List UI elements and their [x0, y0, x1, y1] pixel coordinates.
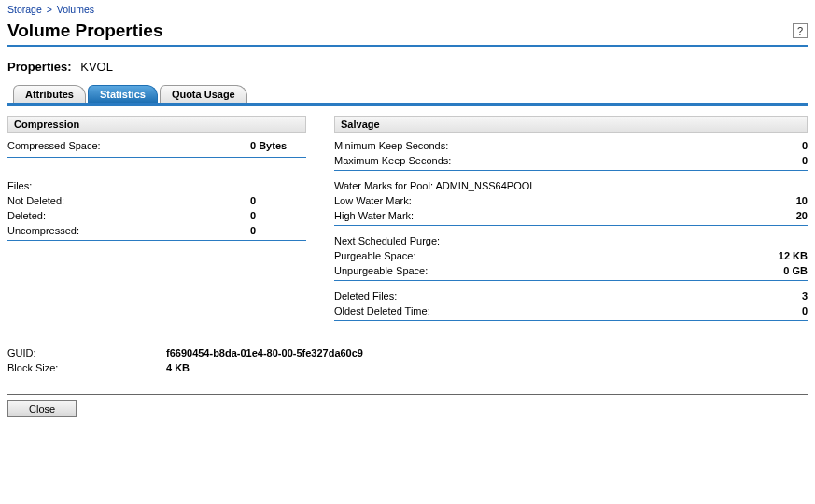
deleted-files-value: 3: [761, 290, 808, 301]
purgeable-label: Purgeable Space:: [334, 250, 761, 261]
low-watermark-label: Low Water Mark:: [334, 195, 761, 206]
breadcrumb-current-link[interactable]: Volumes: [57, 4, 94, 15]
breadcrumb-root-link[interactable]: Storage: [7, 4, 42, 15]
high-watermark-value: 20: [761, 210, 808, 221]
oldest-deleted-label: Oldest Deleted Time:: [334, 305, 761, 316]
tab-attributes[interactable]: Attributes: [13, 85, 86, 103]
breadcrumb: Storage > Volumes: [7, 4, 808, 15]
compressed-space-label: Compressed Space:: [7, 140, 250, 151]
deleted-label: Deleted:: [7, 210, 250, 221]
salvage-header: Salvage: [334, 116, 808, 133]
unpurgeable-value: 0 GB: [761, 265, 808, 276]
unpurgeable-label: Unpurgeable Space:: [334, 265, 761, 276]
oldest-deleted-value: 0: [761, 305, 808, 316]
uncompressed-label: Uncompressed:: [7, 225, 250, 236]
properties-label: Properties:: [7, 60, 72, 74]
watermarks-label: Water Marks for Pool: ADMIN_NSS64POOL: [334, 180, 808, 191]
tab-bar: Attributes Statistics Quota Usage: [7, 85, 808, 103]
deleted-files-label: Deleted Files:: [334, 290, 761, 301]
compression-header: Compression: [7, 116, 306, 133]
breadcrumb-separator: >: [47, 4, 52, 15]
help-icon[interactable]: ?: [793, 23, 808, 38]
guid-value: f6690454-b8da-01e4-80-00-5fe327da60c9: [166, 347, 363, 358]
not-deleted-value: 0: [250, 195, 306, 206]
max-keep-label: Maximum Keep Seconds:: [334, 155, 761, 166]
low-watermark-value: 10: [761, 195, 808, 206]
guid-label: GUID:: [7, 347, 166, 358]
min-keep-value: 0: [761, 140, 808, 151]
purgeable-value: 12 KB: [761, 250, 808, 261]
block-size-label: Block Size:: [7, 362, 166, 373]
uncompressed-value: 0: [250, 225, 306, 236]
max-keep-value: 0: [761, 155, 808, 166]
deleted-value: 0: [250, 210, 306, 221]
block-size-value: 4 KB: [166, 362, 190, 373]
high-watermark-label: High Water Mark:: [334, 210, 761, 221]
not-deleted-label: Not Deleted:: [7, 195, 250, 206]
compressed-space-value: 0 Bytes: [250, 140, 306, 151]
files-label: Files:: [7, 180, 250, 191]
min-keep-label: Minimum Keep Seconds:: [334, 140, 761, 151]
next-purge-label: Next Scheduled Purge:: [334, 235, 808, 246]
page-title: Volume Properties: [7, 21, 162, 41]
tab-statistics[interactable]: Statistics: [88, 85, 158, 103]
close-button[interactable]: Close: [7, 400, 77, 417]
volume-name: KVOL: [80, 60, 113, 74]
tab-quota-usage[interactable]: Quota Usage: [160, 85, 247, 103]
